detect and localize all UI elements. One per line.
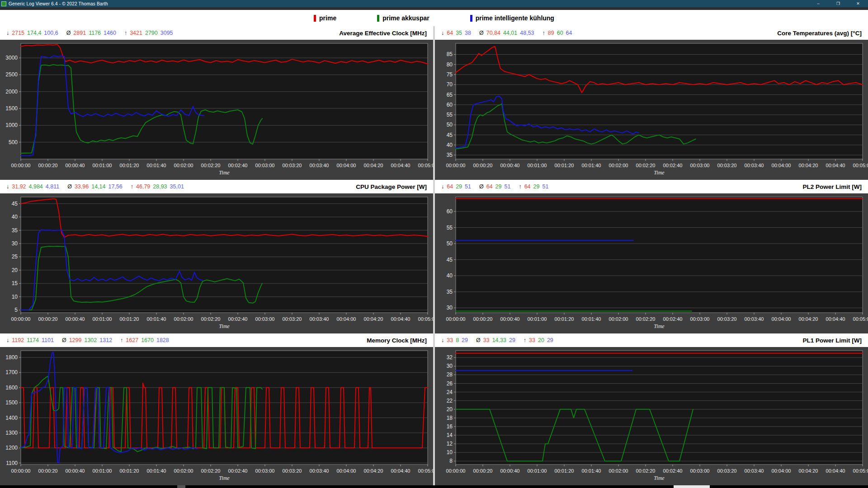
svg-text:1500: 1500 <box>5 399 18 406</box>
svg-text:00:02:00: 00:02:00 <box>174 468 193 474</box>
svg-text:00:03:00: 00:03:00 <box>690 316 710 322</box>
legend-swatch-icon <box>377 15 379 22</box>
chart-canvas-pl2-power-limit[interactable]: 3035404550556000:00:0000:00:2000:00:4000… <box>435 193 868 333</box>
stats-group-min: ↓642951 <box>441 183 471 190</box>
stats-group-min: ↓643538 <box>441 30 471 36</box>
svg-text:00:00:40: 00:00:40 <box>66 316 85 322</box>
svg-text:00:01:20: 00:01:20 <box>120 316 139 322</box>
svg-text:00:04:40: 00:04:40 <box>826 316 845 322</box>
stat-value: 1176 <box>89 30 101 36</box>
stat-value: 33 <box>447 337 453 343</box>
stat-value: 60 <box>557 30 563 36</box>
svg-text:1200: 1200 <box>5 445 18 451</box>
stat-value: 51 <box>542 183 548 190</box>
svg-text:00:03:20: 00:03:20 <box>717 468 737 474</box>
svg-text:00:02:00: 00:02:00 <box>609 316 628 322</box>
stat-value: 1192 <box>12 337 24 343</box>
taskbar-item[interactable] <box>177 485 185 488</box>
svg-text:35: 35 <box>447 289 453 295</box>
stat-value: 1460 <box>104 30 116 36</box>
stats-group-avg: Ø33,9614,1417,56 <box>67 183 123 190</box>
svg-text:00:00:00: 00:00:00 <box>11 468 31 474</box>
svg-text:00:03:20: 00:03:20 <box>717 316 737 322</box>
stats-group-min: ↓119211741101 <box>6 337 54 343</box>
max-symbol-icon: ↑ <box>542 30 545 36</box>
svg-text:00:04:20: 00:04:20 <box>364 163 383 168</box>
avg-symbol-icon: Ø <box>67 183 72 190</box>
min-symbol-icon: ↓ <box>441 30 444 36</box>
chart-canvas-cpu-package-power[interactable]: 5101520253035404500:00:0000:00:2000:00:4… <box>0 193 433 333</box>
svg-text:00:02:40: 00:02:40 <box>228 163 248 168</box>
svg-text:00:02:40: 00:02:40 <box>663 468 683 474</box>
stat-value: 1670 <box>141 337 154 343</box>
stats-group-max: ↑46,7928,9335,01 <box>131 183 184 190</box>
svg-text:8: 8 <box>449 458 453 464</box>
chart-canvas-core-temperatures[interactable]: 354045505560657075808500:00:0000:00:2000… <box>435 40 868 180</box>
chart-canvas-memory-clock[interactable]: 1100120013001400150016001700180000:00:00… <box>0 347 433 485</box>
stat-value: 46,79 <box>136 183 150 190</box>
svg-text:00:00:40: 00:00:40 <box>500 163 520 168</box>
chart-title: CPU Package Power [W] <box>356 183 427 190</box>
min-symbol-icon: ↓ <box>441 337 444 343</box>
legend-item-0[interactable]: prime <box>314 14 336 22</box>
taskbar[interactable] <box>0 485 868 488</box>
stats-group-min: ↓31,924,9844,811 <box>6 183 59 190</box>
svg-text:Time: Time <box>219 475 230 481</box>
stats-group-avg: Ø3314,3329 <box>476 337 515 343</box>
chart-title: Core Temperatures (avg) [°C] <box>777 30 862 37</box>
svg-text:00:04:00: 00:04:00 <box>337 316 356 322</box>
svg-text:15: 15 <box>12 280 18 286</box>
svg-text:60: 60 <box>447 102 453 108</box>
svg-text:20: 20 <box>12 267 18 273</box>
svg-text:60: 60 <box>447 208 453 215</box>
svg-text:00:00:00: 00:00:00 <box>446 163 466 168</box>
svg-text:00:03:20: 00:03:20 <box>717 163 737 168</box>
panel-avg-effective-clock: ↓2715174,4100,6Ø289111761460↑34212790309… <box>0 26 433 180</box>
svg-text:00:03:20: 00:03:20 <box>283 163 302 168</box>
stat-value: 44,01 <box>503 30 517 36</box>
minimize-button-icon[interactable]: – <box>808 0 828 7</box>
stat-value: 4,811 <box>46 183 59 190</box>
svg-text:Time: Time <box>219 323 230 329</box>
stat-value: 29 <box>456 183 462 190</box>
legend-item-1[interactable]: prime akkuspar <box>377 14 429 22</box>
panel-core-temperatures: ↓643538Ø70,8444,0148,53↑896064 Core Temp… <box>435 26 868 180</box>
legend-item-2[interactable]: prime intelligente kühlung <box>470 14 554 22</box>
svg-text:00:03:40: 00:03:40 <box>310 163 329 168</box>
svg-text:00:02:40: 00:02:40 <box>228 468 248 474</box>
svg-text:40: 40 <box>12 214 18 220</box>
legend-swatch-icon <box>470 15 472 22</box>
panel-pl1-power-limit: ↓33829Ø3314,3329↑332029 PL1 Power Limit … <box>435 333 868 485</box>
close-button-icon[interactable]: ✕ <box>848 0 868 7</box>
stats-group-avg: Ø289111761460 <box>66 30 116 36</box>
app-icon <box>1 1 6 6</box>
chart-canvas-avg-effective-clock[interactable]: 5001000150020002500300000:00:0000:00:200… <box>0 40 433 180</box>
taskbar-item[interactable] <box>674 485 710 488</box>
svg-text:00:02:20: 00:02:20 <box>201 468 221 474</box>
svg-text:00:04:40: 00:04:40 <box>391 163 410 168</box>
stats-group-max: ↑896064 <box>542 30 572 36</box>
restore-button-icon[interactable]: ❐ <box>828 0 848 7</box>
svg-text:65: 65 <box>447 92 453 98</box>
svg-text:30: 30 <box>447 305 453 311</box>
max-symbol-icon: ↑ <box>519 183 521 190</box>
stat-value: 1101 <box>42 337 54 343</box>
stat-value: 31,92 <box>12 183 26 190</box>
panel-header: ↓119211741101Ø129913021312↑162716701828 … <box>0 333 433 347</box>
svg-text:00:05:00: 00:05:00 <box>853 163 868 168</box>
svg-text:70: 70 <box>447 81 453 88</box>
chart-title: Average Effective Clock [MHz] <box>339 30 427 37</box>
stat-value: 14,14 <box>91 183 105 190</box>
svg-text:55: 55 <box>447 112 453 118</box>
svg-text:00:04:40: 00:04:40 <box>391 468 410 474</box>
svg-text:40: 40 <box>447 272 453 279</box>
stat-value: 1302 <box>84 337 97 343</box>
svg-text:25: 25 <box>12 253 18 260</box>
panel-pl2-power-limit: ↓642951Ø642951↑642951 PL2 Power Limit [W… <box>435 180 868 333</box>
chart-stats: ↓31,924,9844,811Ø33,9614,1417,56↑46,7928… <box>6 183 184 190</box>
svg-text:00:02:40: 00:02:40 <box>663 163 683 168</box>
svg-text:00:03:40: 00:03:40 <box>745 316 764 322</box>
stat-value: 1627 <box>126 337 138 343</box>
chart-canvas-pl1-power-limit[interactable]: 810121416182022242628303200:00:0000:00:2… <box>435 347 868 485</box>
panel-header: ↓31,924,9844,811Ø33,9614,1417,56↑46,7928… <box>0 180 433 193</box>
